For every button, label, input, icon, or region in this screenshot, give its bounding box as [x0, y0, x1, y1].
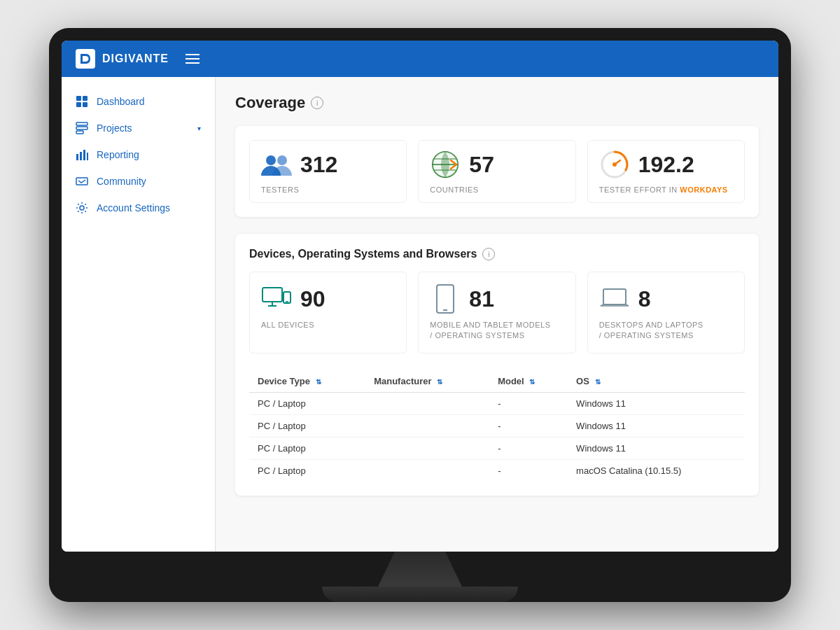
- mobile-icon: [430, 284, 461, 314]
- page-title: Coverage: [235, 94, 305, 112]
- devices-info-icon[interactable]: i: [482, 248, 495, 260]
- all-devices-icon: [261, 284, 292, 314]
- svg-rect-11: [76, 178, 88, 185]
- dashboard-label: Dashboard: [97, 96, 145, 107]
- all-devices-value: 90: [300, 286, 326, 312]
- sort-icon: ⇅: [316, 378, 321, 386]
- svg-rect-2: [76, 102, 81, 107]
- svg-point-20: [612, 162, 617, 167]
- devices-table: Device Type ⇅ Manufacturer ⇅ Model: [249, 370, 745, 482]
- monitor-frame: DIGIVANTE: [49, 28, 791, 602]
- svg-rect-10: [87, 153, 88, 160]
- desktop-laptop-label: DESKTOPS AND LAPTOPS/ OPERATING SYSTEMS: [599, 320, 733, 342]
- sidebar-item-projects[interactable]: Projects ▾: [62, 115, 215, 141]
- svg-rect-7: [76, 154, 78, 160]
- col-os[interactable]: OS ⇅: [568, 370, 745, 393]
- devices-title: Devices, Operating Systems and Browsers: [249, 248, 477, 260]
- all-devices-card: 90 ALL DEVICES: [249, 272, 407, 354]
- table-row: PC / Laptop - Windows 11: [249, 414, 745, 437]
- effort-value: 192.2: [638, 152, 694, 178]
- community-icon: [76, 175, 88, 188]
- sort-icon: ⇅: [595, 378, 601, 386]
- mobile-tablet-value: 81: [469, 286, 494, 312]
- coverage-info-icon[interactable]: i: [311, 97, 323, 109]
- settings-icon: [76, 202, 88, 214]
- col-device-type[interactable]: Device Type ⇅: [249, 370, 365, 393]
- sort-icon: ⇅: [437, 378, 442, 386]
- coverage-cards: 312 TESTERS: [235, 126, 759, 217]
- svg-point-14: [277, 155, 287, 165]
- laptop-icon: [599, 284, 630, 314]
- mobile-tablet-label: MOBILE AND TABLET MODELS/ OPERATING SYST…: [430, 320, 564, 342]
- dashboard-icon: [76, 95, 88, 108]
- sort-icon: ⇅: [529, 378, 535, 386]
- sidebar-item-dashboard[interactable]: Dashboard: [62, 88, 215, 115]
- mobile-tablet-card: 81 MOBILE AND TABLET MODELS/ OPERATING S…: [418, 272, 575, 354]
- monitor-stand-base: [322, 587, 518, 602]
- reporting-label: Reporting: [97, 149, 139, 160]
- community-label: Community: [97, 176, 146, 187]
- col-model[interactable]: Model ⇅: [489, 370, 568, 393]
- effort-card: 192.2 TESTER EFFORT IN WORKDAYS: [587, 140, 745, 203]
- svg-rect-5: [76, 127, 88, 130]
- main-content: Coverage i: [216, 77, 778, 552]
- svg-rect-26: [437, 285, 454, 313]
- effort-icon: [599, 149, 630, 180]
- svg-point-13: [266, 155, 276, 165]
- testers-card: 312 TESTERS: [249, 140, 407, 203]
- svg-rect-6: [76, 131, 83, 134]
- countries-label: COUNTRIES: [430, 186, 478, 194]
- countries-icon: [430, 149, 461, 180]
- all-devices-label: ALL DEVICES: [261, 320, 395, 330]
- col-manufacturer[interactable]: Manufacturer ⇅: [365, 370, 489, 393]
- testers-value: 312: [300, 152, 337, 178]
- table-row: PC / Laptop - macOS Catalina (10.15.5): [249, 459, 745, 482]
- effort-label: TESTER EFFORT IN WORKDAYS: [599, 186, 728, 194]
- sidebar: Dashboard Projects: [62, 77, 216, 552]
- table-row: PC / Laptop - Windows 11: [249, 392, 745, 414]
- svg-rect-8: [80, 152, 82, 160]
- desktop-laptop-card: 8 DESKTOPS AND LAPTOPS/ OPERATING SYSTEM…: [587, 272, 745, 354]
- svg-rect-4: [76, 122, 88, 125]
- testers-label: TESTERS: [261, 186, 299, 194]
- svg-rect-28: [603, 289, 626, 304]
- monitor-stand-neck: [378, 552, 462, 587]
- reporting-icon: [76, 148, 88, 161]
- workdays-highlight: WORKDAYS: [680, 186, 727, 194]
- chevron-down-icon: ▾: [197, 125, 201, 132]
- page-header: Coverage i: [235, 94, 759, 112]
- svg-point-12: [80, 206, 84, 210]
- logo-icon: [76, 49, 95, 69]
- desktop-laptop-value: 8: [638, 286, 651, 312]
- svg-rect-1: [83, 96, 88, 101]
- devices-section: Devices, Operating Systems and Browsers …: [235, 234, 759, 496]
- svg-rect-9: [83, 150, 85, 160]
- projects-icon: [76, 122, 88, 134]
- devices-section-header: Devices, Operating Systems and Browsers …: [249, 248, 745, 260]
- countries-card: 57 COUNTRIES: [418, 140, 575, 203]
- sidebar-item-account-settings[interactable]: Account Settings: [62, 195, 215, 221]
- app-name: DIGIVANTE: [102, 52, 169, 65]
- svg-rect-0: [76, 96, 81, 101]
- logo-area: DIGIVANTE: [76, 49, 169, 69]
- table-row: PC / Laptop - Windows 11: [249, 437, 745, 459]
- app-header: DIGIVANTE: [62, 41, 778, 77]
- projects-label: Projects: [97, 122, 132, 134]
- svg-rect-21: [262, 288, 282, 302]
- hamburger-button[interactable]: [186, 54, 200, 64]
- sidebar-item-reporting[interactable]: Reporting: [62, 141, 215, 168]
- account-settings-label: Account Settings: [97, 202, 170, 214]
- svg-rect-3: [83, 102, 88, 107]
- device-cards-row: 90 ALL DEVICES: [249, 272, 745, 354]
- sidebar-item-community[interactable]: Community: [62, 168, 215, 195]
- testers-icon: [261, 149, 292, 180]
- countries-value: 57: [469, 152, 494, 178]
